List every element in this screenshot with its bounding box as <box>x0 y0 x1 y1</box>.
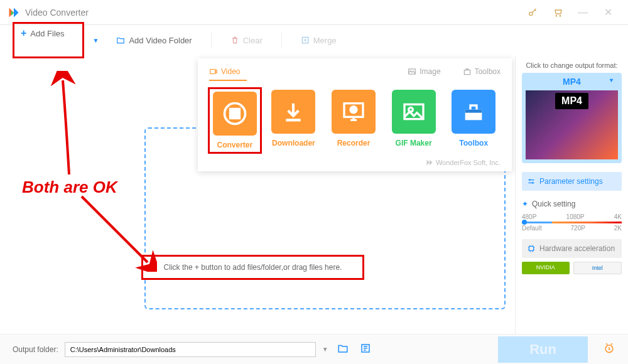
plus-icon: + <box>21 28 26 39</box>
svg-rect-15 <box>529 247 534 251</box>
minimize-button[interactable]: — <box>570 3 595 22</box>
merge-icon <box>301 36 310 45</box>
company-icon <box>426 159 433 166</box>
add-video-folder-button[interactable]: Add Video Folder <box>107 31 200 50</box>
close-button[interactable]: ✕ <box>595 3 620 22</box>
add-files-button[interactable]: + Add Files <box>13 22 84 58</box>
format-label: Click to change output format: <box>522 62 622 69</box>
svg-rect-8 <box>230 109 239 119</box>
tab-video[interactable]: Video <box>209 67 240 80</box>
open-folder-button[interactable] <box>357 340 374 359</box>
trash-icon <box>230 36 239 45</box>
timer-button[interactable] <box>603 342 615 357</box>
tool-toolbox[interactable]: Toolbox <box>447 90 501 151</box>
key-icon[interactable] <box>520 3 545 22</box>
tool-panel-footer: WonderFox Soft, Inc. <box>209 159 501 166</box>
output-folder-input[interactable] <box>65 342 316 357</box>
tool-recorder[interactable]: Recorder <box>327 90 381 151</box>
run-button[interactable]: Run <box>498 336 588 363</box>
tool-gif-maker[interactable]: GIF Maker <box>387 90 441 151</box>
quick-setting-label: ✦ Quick setting <box>522 200 622 208</box>
toolbox-icon <box>463 67 472 76</box>
nvidia-badge: NVIDIA <box>522 262 570 274</box>
add-files-dropdown[interactable]: ▼ <box>93 37 99 44</box>
annotation-arrow-up <box>44 71 94 178</box>
tab-image[interactable]: Image <box>408 67 440 80</box>
tab-toolbox[interactable]: Toolbox <box>463 67 501 80</box>
tool-converter[interactable]: Converter <box>208 87 262 154</box>
browse-folder-button[interactable] <box>335 340 351 359</box>
format-preview: MP4 <box>526 90 618 159</box>
image-icon <box>408 67 416 76</box>
app-title: Video Converter <box>25 8 520 18</box>
sliders-icon <box>527 177 536 186</box>
app-logo-icon <box>8 6 20 19</box>
hardware-acceleration-button[interactable]: Hardware acceleration <box>522 239 622 258</box>
chip-icon <box>527 244 536 253</box>
video-icon <box>209 67 218 76</box>
format-name: MP4 <box>526 77 618 87</box>
output-format-selector[interactable]: MP4 MP4 <box>522 73 622 163</box>
clear-button[interactable]: Clear <box>222 31 271 50</box>
quality-slider[interactable]: 480P 1080P 4K Default 720P 2K <box>522 213 622 232</box>
cart-icon[interactable] <box>545 3 570 22</box>
svg-point-10 <box>350 107 357 113</box>
tool-downloader[interactable]: Downloader <box>267 90 321 151</box>
svg-point-2 <box>560 15 560 16</box>
svg-rect-6 <box>464 70 470 75</box>
output-folder-label: Output folder: <box>13 345 58 354</box>
svg-rect-4 <box>210 70 215 74</box>
svg-point-0 <box>529 12 533 15</box>
parameter-settings-button[interactable]: Parameter settings <box>522 172 622 191</box>
intel-badge: Intel <box>573 262 622 274</box>
annotation-text: Both are OK <box>22 178 117 197</box>
merge-button[interactable]: Merge <box>292 31 345 50</box>
tool-panel: Video Image Toolbox Converter <box>198 58 512 171</box>
svg-rect-14 <box>465 110 482 113</box>
folder-icon <box>116 36 125 45</box>
dropzone-instruction: Click the + button to add files/folder,o… <box>141 255 364 280</box>
svg-point-1 <box>556 15 556 16</box>
